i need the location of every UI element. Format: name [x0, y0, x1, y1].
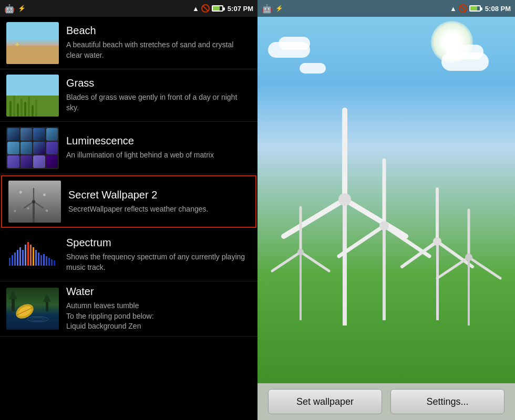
beach-desc: A beautiful beach with stretches of sand… — [66, 40, 251, 60]
left-status-icons: 🤖 ⚡ — [4, 3, 26, 14]
android-icon: 🤖 — [4, 3, 15, 14]
svg-text:❄: ❄ — [43, 193, 46, 197]
svg-rect-13 — [9, 258, 11, 266]
svg-rect-37 — [12, 298, 15, 311]
svg-line-49 — [384, 226, 429, 256]
svg-point-65 — [297, 249, 304, 255]
spectrum-desc: Shows the frequency spectrum of any curr… — [66, 252, 251, 272]
svg-rect-27 — [46, 256, 47, 266]
right-android-icon: 🤖 — [262, 3, 272, 14]
secret2-thumbnail: ❄ ❄ ❄ ❄ ❄ — [8, 181, 61, 223]
svg-text:❄: ❄ — [19, 190, 23, 195]
usb-icon: ⚡ — [18, 5, 26, 12]
svg-rect-46 — [383, 226, 386, 320]
svg-rect-19 — [25, 245, 26, 266]
svg-text:❄: ❄ — [45, 209, 48, 213]
svg-line-43 — [284, 200, 345, 236]
svg-rect-25 — [40, 255, 42, 266]
svg-rect-26 — [43, 254, 45, 266]
wallpaper-preview — [258, 0, 515, 420]
battery-icon — [212, 5, 223, 12]
svg-line-63 — [272, 252, 301, 271]
spectrum-thumbnail — [6, 234, 59, 276]
svg-point-50 — [379, 221, 389, 230]
svg-rect-41 — [343, 200, 347, 326]
svg-rect-22 — [33, 247, 34, 266]
grass-info: Grass Blades of grass wave gently in fro… — [66, 77, 251, 113]
svg-point-60 — [465, 254, 472, 261]
svg-rect-39 — [46, 301, 48, 311]
svg-text:❄: ❄ — [27, 207, 29, 210]
cloud-2 — [279, 37, 310, 50]
svg-line-53 — [402, 242, 437, 267]
svg-line-44 — [345, 200, 406, 236]
right-status-icons: ▲ 5:07 PM — [192, 4, 253, 13]
right-status-icons-left: 🤖 ⚡ — [262, 3, 283, 14]
list-item[interactable]: Luminescence An illumination of light be… — [0, 122, 258, 174]
svg-point-6 — [32, 200, 35, 203]
beach-thumbnail: ✦ — [6, 22, 59, 64]
set-wallpaper-button[interactable]: Set wallpaper — [268, 389, 382, 414]
svg-rect-61 — [300, 252, 302, 320]
water-thumbnail — [6, 288, 59, 330]
svg-text:❄: ❄ — [14, 209, 16, 213]
svg-rect-18 — [22, 250, 24, 266]
svg-line-54 — [437, 242, 472, 267]
svg-rect-17 — [19, 247, 21, 266]
right-time: 5:08 PM — [485, 5, 511, 13]
svg-rect-29 — [51, 259, 53, 266]
grass-name: Grass — [66, 77, 251, 89]
secret2-desc: SecretWallpaper reflects weather changes… — [68, 204, 249, 215]
svg-line-64 — [301, 252, 329, 271]
svg-rect-23 — [35, 250, 37, 266]
right-no-signal-icon — [459, 4, 467, 13]
luminescence-thumbnail — [6, 127, 59, 169]
left-status-bar: 🤖 ⚡ ▲ 5:07 PM — [0, 0, 258, 17]
right-status-icons-right: ▲ 5:08 PM — [450, 4, 511, 13]
settings-button[interactable]: Settings... — [390, 389, 504, 414]
list-item[interactable]: ✦ Beach A beautiful beach with stretches… — [0, 17, 258, 69]
spectrum-info: Spectrum Shows the frequency spectrum of… — [66, 237, 251, 272]
right-panel: 🤖 ⚡ ▲ 5:08 PM — [258, 0, 515, 420]
secret2-name: Secret Wallpaper 2 — [68, 189, 249, 201]
list-item[interactable]: Grass Blades of grass wave gently in fro… — [0, 69, 258, 122]
svg-rect-14 — [12, 255, 13, 266]
water-desc: Autumn leaves tumble To the rippling pon… — [66, 301, 251, 332]
svg-rect-51 — [436, 242, 439, 320]
list-item[interactable]: Water Autumn leaves tumble To the rippli… — [0, 281, 258, 337]
left-time: 5:07 PM — [228, 5, 253, 13]
secret2-info: Secret Wallpaper 2 SecretWallpaper refle… — [68, 189, 249, 215]
svg-point-45 — [338, 193, 351, 206]
svg-rect-21 — [30, 245, 32, 266]
svg-line-58 — [437, 257, 469, 278]
beach-info: Beach A beautiful beach with stretches o… — [66, 25, 251, 60]
cloud-5 — [447, 45, 483, 59]
svg-rect-24 — [38, 253, 39, 266]
right-wifi-icon: ▲ — [450, 5, 457, 13]
svg-rect-56 — [468, 257, 470, 326]
svg-rect-20 — [27, 242, 29, 266]
luminescence-name: Luminescence — [66, 135, 251, 147]
left-panel: 🤖 ⚡ ▲ 5:07 PM ✦ Beach A beautiful beach … — [0, 0, 258, 420]
svg-point-55 — [433, 237, 441, 246]
svg-rect-30 — [54, 260, 55, 266]
grass-thumbnail — [6, 75, 59, 117]
beach-name: Beach — [66, 25, 251, 37]
water-info: Water Autumn leaves tumble To the rippli… — [66, 286, 251, 332]
luminescence-info: Luminescence An illumination of light be… — [66, 135, 251, 161]
list-item[interactable]: ❄ ❄ ❄ ❄ ❄ Secret Wallpaper 2 SecretWallp… — [1, 175, 256, 228]
luminescence-desc: An illumination of light behind a web of… — [66, 150, 251, 161]
right-battery-icon — [469, 5, 481, 12]
bottom-buttons: Set wallpaper Settings... — [258, 383, 515, 420]
wallpaper-list: ✦ Beach A beautiful beach with stretches… — [0, 17, 258, 420]
list-item[interactable]: Spectrum Shows the frequency spectrum of… — [0, 229, 258, 281]
water-name: Water — [66, 286, 251, 298]
svg-line-59 — [469, 257, 500, 278]
svg-rect-16 — [17, 250, 18, 266]
right-usb-icon: ⚡ — [275, 5, 283, 12]
svg-line-48 — [339, 226, 384, 256]
right-status-bar: 🤖 ⚡ ▲ 5:08 PM — [258, 0, 515, 17]
no-signal-icon — [201, 4, 210, 13]
wifi-icon: ▲ — [192, 5, 199, 13]
spectrum-name: Spectrum — [66, 237, 251, 249]
